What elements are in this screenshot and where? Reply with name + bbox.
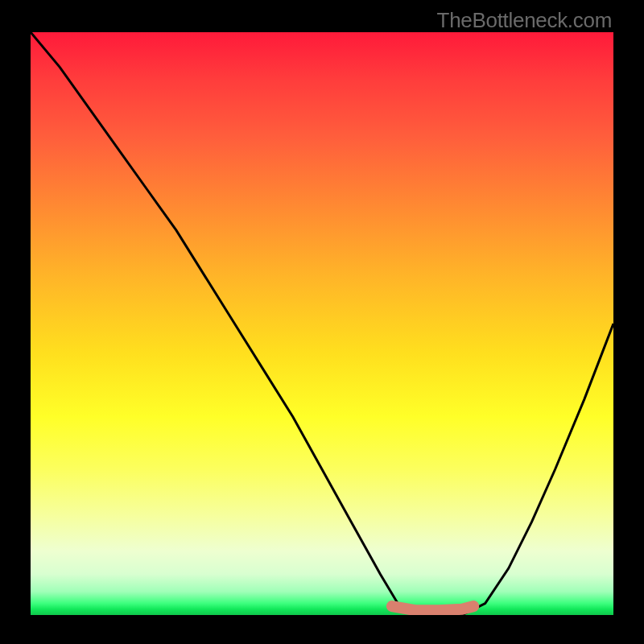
curve-layer [31,32,613,615]
optimal-band-marker [392,606,473,610]
chart-frame: TheBottleneck.com [0,0,644,644]
bottleneck-curve [31,32,613,615]
plot-area [31,32,613,615]
attribution-label: TheBottleneck.com [437,8,612,33]
